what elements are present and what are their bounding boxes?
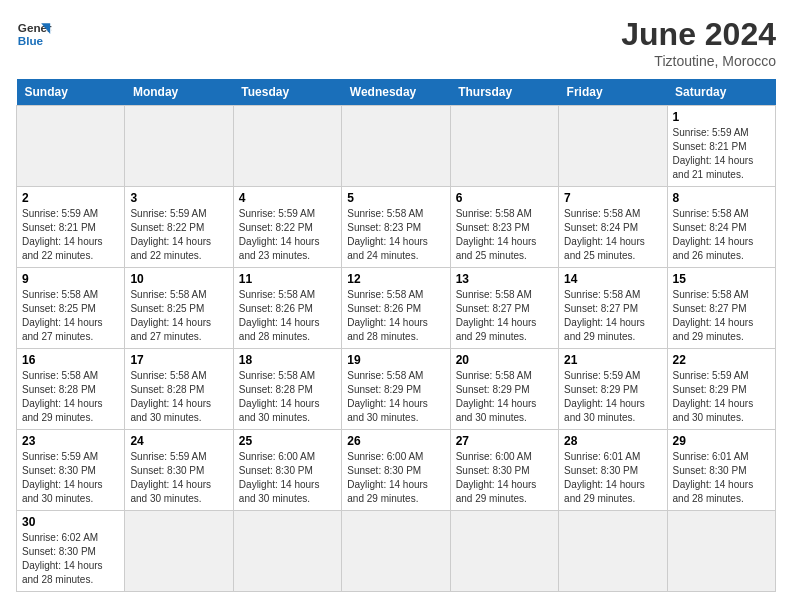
day-number: 25 [239,434,336,448]
day-cell [342,106,450,187]
day-cell: 20Sunrise: 5:58 AM Sunset: 8:29 PM Dayli… [450,349,558,430]
page-header: General Blue June 2024 Tiztoutine, Moroc… [16,16,776,69]
day-info: Sunrise: 6:02 AM Sunset: 8:30 PM Dayligh… [22,531,119,587]
day-cell: 30Sunrise: 6:02 AM Sunset: 8:30 PM Dayli… [17,511,125,592]
day-number: 18 [239,353,336,367]
header-cell-sunday: Sunday [17,79,125,106]
day-number: 27 [456,434,553,448]
day-cell: 5Sunrise: 5:58 AM Sunset: 8:23 PM Daylig… [342,187,450,268]
day-info: Sunrise: 5:58 AM Sunset: 8:28 PM Dayligh… [22,369,119,425]
day-cell: 17Sunrise: 5:58 AM Sunset: 8:28 PM Dayli… [125,349,233,430]
header-cell-saturday: Saturday [667,79,775,106]
day-info: Sunrise: 5:59 AM Sunset: 8:29 PM Dayligh… [673,369,770,425]
day-info: Sunrise: 6:00 AM Sunset: 8:30 PM Dayligh… [347,450,444,506]
day-cell: 18Sunrise: 5:58 AM Sunset: 8:28 PM Dayli… [233,349,341,430]
day-cell: 12Sunrise: 5:58 AM Sunset: 8:26 PM Dayli… [342,268,450,349]
day-cell: 21Sunrise: 5:59 AM Sunset: 8:29 PM Dayli… [559,349,667,430]
day-info: Sunrise: 5:59 AM Sunset: 8:29 PM Dayligh… [564,369,661,425]
day-info: Sunrise: 5:58 AM Sunset: 8:29 PM Dayligh… [456,369,553,425]
day-number: 14 [564,272,661,286]
day-cell [559,106,667,187]
day-info: Sunrise: 5:59 AM Sunset: 8:22 PM Dayligh… [239,207,336,263]
day-info: Sunrise: 5:58 AM Sunset: 8:24 PM Dayligh… [673,207,770,263]
header-cell-friday: Friday [559,79,667,106]
day-number: 5 [347,191,444,205]
day-info: Sunrise: 5:58 AM Sunset: 8:24 PM Dayligh… [564,207,661,263]
day-info: Sunrise: 5:59 AM Sunset: 8:21 PM Dayligh… [673,126,770,182]
day-info: Sunrise: 5:58 AM Sunset: 8:27 PM Dayligh… [456,288,553,344]
day-cell: 29Sunrise: 6:01 AM Sunset: 8:30 PM Dayli… [667,430,775,511]
day-number: 12 [347,272,444,286]
day-cell: 1Sunrise: 5:59 AM Sunset: 8:21 PM Daylig… [667,106,775,187]
day-number: 21 [564,353,661,367]
day-number: 6 [456,191,553,205]
day-cell: 3Sunrise: 5:59 AM Sunset: 8:22 PM Daylig… [125,187,233,268]
day-cell: 19Sunrise: 5:58 AM Sunset: 8:29 PM Dayli… [342,349,450,430]
day-cell [559,511,667,592]
day-cell: 2Sunrise: 5:59 AM Sunset: 8:21 PM Daylig… [17,187,125,268]
day-number: 16 [22,353,119,367]
day-cell: 28Sunrise: 6:01 AM Sunset: 8:30 PM Dayli… [559,430,667,511]
day-cell [125,511,233,592]
header-cell-thursday: Thursday [450,79,558,106]
day-number: 29 [673,434,770,448]
day-info: Sunrise: 5:58 AM Sunset: 8:27 PM Dayligh… [564,288,661,344]
day-info: Sunrise: 5:59 AM Sunset: 8:30 PM Dayligh… [22,450,119,506]
day-cell: 25Sunrise: 6:00 AM Sunset: 8:30 PM Dayli… [233,430,341,511]
day-cell [667,511,775,592]
day-number: 13 [456,272,553,286]
day-info: Sunrise: 6:01 AM Sunset: 8:30 PM Dayligh… [673,450,770,506]
week-row-2: 2Sunrise: 5:59 AM Sunset: 8:21 PM Daylig… [17,187,776,268]
header-cell-monday: Monday [125,79,233,106]
day-cell: 23Sunrise: 5:59 AM Sunset: 8:30 PM Dayli… [17,430,125,511]
day-number: 15 [673,272,770,286]
day-number: 1 [673,110,770,124]
day-info: Sunrise: 5:58 AM Sunset: 8:25 PM Dayligh… [130,288,227,344]
day-cell: 15Sunrise: 5:58 AM Sunset: 8:27 PM Dayli… [667,268,775,349]
day-number: 30 [22,515,119,529]
day-cell: 22Sunrise: 5:59 AM Sunset: 8:29 PM Dayli… [667,349,775,430]
day-info: Sunrise: 6:00 AM Sunset: 8:30 PM Dayligh… [456,450,553,506]
logo: General Blue [16,16,52,52]
day-info: Sunrise: 6:00 AM Sunset: 8:30 PM Dayligh… [239,450,336,506]
day-info: Sunrise: 5:58 AM Sunset: 8:27 PM Dayligh… [673,288,770,344]
day-cell: 26Sunrise: 6:00 AM Sunset: 8:30 PM Dayli… [342,430,450,511]
day-info: Sunrise: 5:58 AM Sunset: 8:23 PM Dayligh… [347,207,444,263]
day-cell [450,106,558,187]
calendar-table: SundayMondayTuesdayWednesdayThursdayFrid… [16,79,776,592]
day-info: Sunrise: 5:59 AM Sunset: 8:30 PM Dayligh… [130,450,227,506]
title-area: June 2024 Tiztoutine, Morocco [621,16,776,69]
day-number: 17 [130,353,227,367]
day-info: Sunrise: 5:58 AM Sunset: 8:25 PM Dayligh… [22,288,119,344]
day-number: 24 [130,434,227,448]
day-number: 2 [22,191,119,205]
day-number: 19 [347,353,444,367]
header-cell-wednesday: Wednesday [342,79,450,106]
day-cell: 10Sunrise: 5:58 AM Sunset: 8:25 PM Dayli… [125,268,233,349]
day-number: 10 [130,272,227,286]
calendar-subtitle: Tiztoutine, Morocco [621,53,776,69]
svg-text:Blue: Blue [18,34,44,47]
week-row-6: 30Sunrise: 6:02 AM Sunset: 8:30 PM Dayli… [17,511,776,592]
day-number: 9 [22,272,119,286]
day-number: 22 [673,353,770,367]
day-cell: 9Sunrise: 5:58 AM Sunset: 8:25 PM Daylig… [17,268,125,349]
logo-icon: General Blue [16,16,52,52]
day-cell: 11Sunrise: 5:58 AM Sunset: 8:26 PM Dayli… [233,268,341,349]
day-info: Sunrise: 5:58 AM Sunset: 8:26 PM Dayligh… [239,288,336,344]
day-cell [17,106,125,187]
day-cell: 4Sunrise: 5:59 AM Sunset: 8:22 PM Daylig… [233,187,341,268]
day-number: 3 [130,191,227,205]
day-cell [233,106,341,187]
day-info: Sunrise: 5:58 AM Sunset: 8:23 PM Dayligh… [456,207,553,263]
day-number: 20 [456,353,553,367]
week-row-3: 9Sunrise: 5:58 AM Sunset: 8:25 PM Daylig… [17,268,776,349]
day-info: Sunrise: 5:58 AM Sunset: 8:29 PM Dayligh… [347,369,444,425]
day-number: 28 [564,434,661,448]
week-row-5: 23Sunrise: 5:59 AM Sunset: 8:30 PM Dayli… [17,430,776,511]
day-number: 26 [347,434,444,448]
day-number: 23 [22,434,119,448]
header-cell-tuesday: Tuesday [233,79,341,106]
day-cell [125,106,233,187]
day-info: Sunrise: 5:58 AM Sunset: 8:26 PM Dayligh… [347,288,444,344]
